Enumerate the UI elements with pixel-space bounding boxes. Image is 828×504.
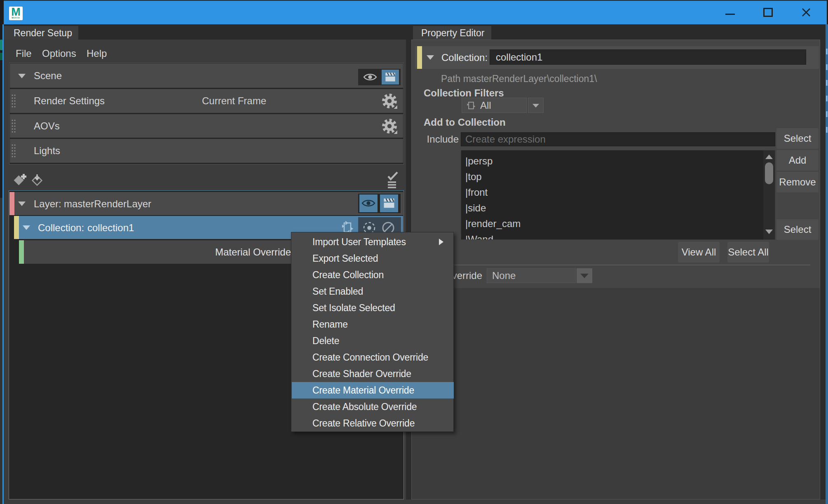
create-layer-icon[interactable] [12,172,28,189]
menu-item-create-absolute-override[interactable]: Create Absolute Override [292,399,454,415]
list-item[interactable]: |side [465,203,486,213]
select-all-button[interactable]: Select All [727,242,769,263]
backdrop-right-tick [826,49,828,54]
tab-property-editor[interactable]: Property Editor [413,26,491,40]
backdrop-right-tick [826,127,828,133]
collection-label: Collection: [38,222,84,234]
chevron-down-icon [580,274,589,278]
checklist-icon[interactable] [385,171,399,189]
scene-expand-icon[interactable] [18,74,26,78]
override-dropdown-value: None [492,270,516,281]
include-label: Include [418,134,459,145]
menu-file[interactable]: File [16,48,32,59]
backdrop-right-tick [826,96,828,101]
scene-row[interactable] [10,63,403,88]
override-dropdown[interactable]: None [487,268,576,283]
backdrop-right-tick [826,111,828,117]
maximize-button[interactable] [758,2,778,22]
layer-label: Layer: [34,198,61,210]
objects-list[interactable]: |persp |top |front |side |render_cam |Wa… [461,150,775,240]
aovs-row[interactable] [10,114,403,138]
filter-cube-icon [465,100,477,111]
material-override-label: Material Override [167,246,291,258]
backdrop-right-tick [826,64,828,70]
titlebar[interactable] [4,1,827,24]
view-all-button[interactable]: View All [678,242,720,263]
select-button[interactable]: Select [776,128,819,149]
scroll-down-icon[interactable] [765,230,773,234]
filter-dropdown-value: All [480,100,491,111]
collection-expand-icon[interactable] [23,225,30,230]
menu-item-rename[interactable]: Rename [292,316,454,333]
window-bottom-frame [4,499,827,504]
maya-logo-icon: M MAYA [9,7,23,20]
maya-render-setup-window: M MAYA Render Setup Property Editor File… [0,0,828,504]
menu-item-create-shader-override[interactable]: Create Shader Override [292,366,454,382]
chevron-down-icon [532,104,539,108]
visibility-eye-icon[interactable] [363,72,377,82]
aovs-gear-icon[interactable] [381,117,398,135]
collection-header-stripe [417,46,422,69]
render-settings-value: Current Frame [202,95,266,107]
list-item[interactable]: |top [465,171,482,182]
scrollbar[interactable] [763,150,775,239]
tab-render-setup[interactable]: Render Setup [4,26,78,40]
context-menu: Import User Templates Export Selected Cr… [291,232,454,432]
select-bottom-button[interactable]: Select [776,219,819,240]
menu-item-set-enabled[interactable]: Set Enabled [292,283,454,300]
scroll-thumb[interactable] [765,162,773,184]
filter-dropdown-arrow[interactable] [528,98,544,113]
backdrop-shelf-icon-fragment [0,53,2,60]
collection-filters-label: Collection Filters [424,87,504,99]
menu-help[interactable]: Help [87,48,107,59]
collection-name-field[interactable]: collection1 [490,49,806,65]
minimize-button[interactable] [720,2,740,22]
scroll-up-icon[interactable] [765,155,773,159]
menu-item-create-connection-override[interactable]: Create Connection Override [292,349,454,366]
drag-handle-icon[interactable] [11,119,16,133]
section-divider [415,265,810,265]
override-dropdown-arrow[interactable] [577,268,592,283]
list-item[interactable]: |front [465,187,488,198]
close-button[interactable] [796,2,816,22]
menu-item-import-user-templates[interactable]: Import User Templates [292,234,454,250]
list-item[interactable]: |render_cam [465,218,521,229]
filter-dropdown[interactable]: All [462,98,527,113]
collection-header-expand-icon[interactable] [427,55,434,60]
menu-item-create-relative-override[interactable]: Create Relative Override [292,415,454,431]
menu-item-export-selected[interactable]: Export Selected [292,250,454,267]
override-color-stripe [19,240,24,264]
scene-toggle-box [358,69,401,85]
backdrop-right-tick [826,80,828,86]
layer-expand-icon[interactable] [18,202,26,206]
remove-button[interactable]: Remove [776,172,819,192]
submenu-arrow-icon [439,239,443,245]
collection-path: Path masterRenderLayer\collection1\ [441,73,597,84]
collection-name: collection1 [87,222,134,234]
render-settings-label: Render Settings [34,95,105,107]
expression-field[interactable]: Create expression [461,132,775,146]
clapperboard-icon [383,197,395,209]
add-to-collection-label: Add to Collection [424,117,506,128]
menu-item-delete[interactable]: Delete [292,333,454,349]
drag-handle-icon[interactable] [11,94,16,108]
tab-render-setup-label: Render Setup [14,27,72,39]
menu-item-create-collection[interactable]: Create Collection [292,267,454,283]
list-item[interactable]: |persp [465,156,493,166]
menu-item-create-material-override[interactable]: Create Material Override [292,382,454,399]
list-item[interactable]: |Wand [465,234,493,240]
collection-name-value: collection1 [496,52,542,63]
drag-handle-icon[interactable] [11,144,16,158]
import-layer-icon[interactable] [30,172,46,189]
collection-color-stripe [14,216,19,239]
add-button[interactable]: Add [776,150,819,171]
render-settings-gear-icon[interactable] [381,92,398,110]
layer-renderable-toggle[interactable] [380,195,398,212]
lights-row[interactable] [10,139,403,163]
backdrop-shelf-icon-fragment [0,40,2,50]
renderable-toggle[interactable] [382,70,399,84]
layer-visibility-toggle[interactable] [359,195,378,212]
menu-item-set-isolate-selected[interactable]: Set Isolate Selected [292,300,454,316]
menu-options[interactable]: Options [42,48,76,59]
scene-label: Scene [34,70,62,82]
